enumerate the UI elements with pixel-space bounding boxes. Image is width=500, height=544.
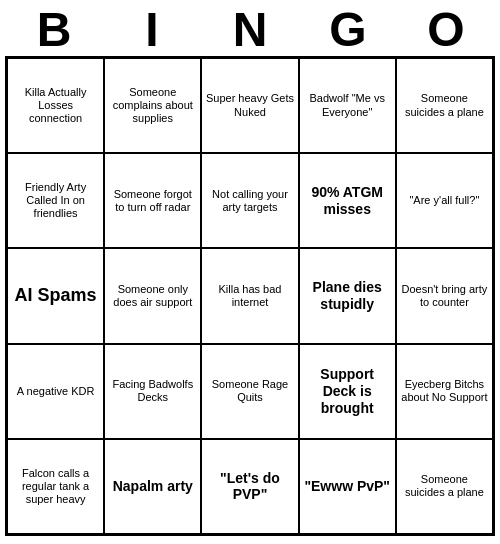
bingo-cell-8[interactable]: 90% ATGM misses	[299, 153, 396, 248]
bingo-cell-16[interactable]: Facing Badwolfs Decks	[104, 344, 201, 439]
bingo-cell-1[interactable]: Someone complains about supplies	[104, 58, 201, 153]
bingo-cell-9[interactable]: "Are y'all full?"	[396, 153, 493, 248]
bingo-cell-14[interactable]: Doesn't bring arty to counter	[396, 248, 493, 343]
bingo-letter-g: G	[303, 6, 393, 54]
bingo-cell-22[interactable]: "Let's do PVP"	[201, 439, 298, 534]
bingo-cell-4[interactable]: Someone suicides a plane	[396, 58, 493, 153]
bingo-cell-19[interactable]: Eyecberg Bitchs about No Support	[396, 344, 493, 439]
bingo-cell-21[interactable]: Napalm arty	[104, 439, 201, 534]
bingo-cell-23[interactable]: "Ewww PvP"	[299, 439, 396, 534]
bingo-cell-24[interactable]: Someone suicides a plane	[396, 439, 493, 534]
bingo-letter-o: O	[401, 6, 491, 54]
bingo-header: BINGO	[5, 0, 495, 56]
bingo-cell-7[interactable]: Not calling your arty targets	[201, 153, 298, 248]
bingo-letter-n: N	[205, 6, 295, 54]
bingo-cell-5[interactable]: Friendly Arty Called In on friendlies	[7, 153, 104, 248]
bingo-cell-13[interactable]: Plane dies stupidly	[299, 248, 396, 343]
bingo-letter-i: I	[107, 6, 197, 54]
bingo-cell-10[interactable]: AI Spams	[7, 248, 104, 343]
bingo-grid: Killa Actually Losses connectionSomeone …	[5, 56, 495, 536]
bingo-letter-b: B	[9, 6, 99, 54]
bingo-cell-11[interactable]: Someone only does air support	[104, 248, 201, 343]
bingo-cell-0[interactable]: Killa Actually Losses connection	[7, 58, 104, 153]
bingo-cell-6[interactable]: Someone forgot to turn off radar	[104, 153, 201, 248]
bingo-cell-15[interactable]: A negative KDR	[7, 344, 104, 439]
bingo-cell-12[interactable]: Killa has bad internet	[201, 248, 298, 343]
bingo-cell-17[interactable]: Someone Rage Quits	[201, 344, 298, 439]
bingo-cell-18[interactable]: Support Deck is brought	[299, 344, 396, 439]
bingo-cell-20[interactable]: Falcon calls a regular tank a super heav…	[7, 439, 104, 534]
bingo-cell-3[interactable]: Badwolf "Me vs Everyone"	[299, 58, 396, 153]
bingo-cell-2[interactable]: Super heavy Gets Nuked	[201, 58, 298, 153]
